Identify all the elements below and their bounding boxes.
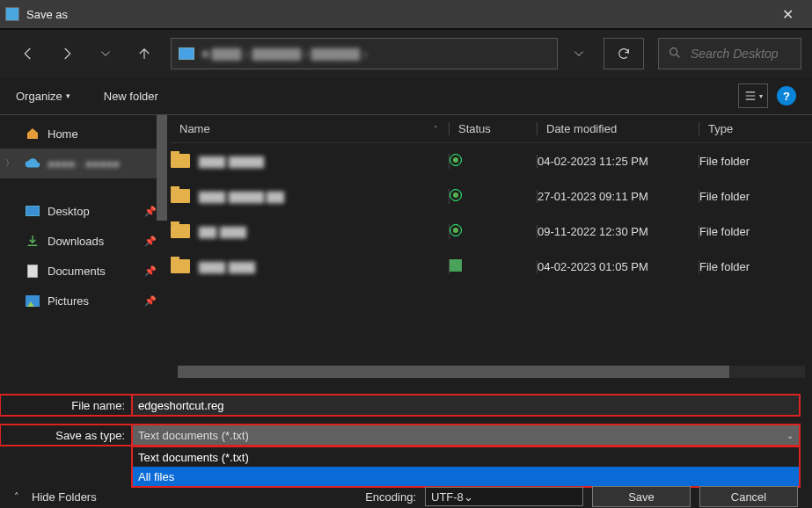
file-name-label: File name: xyxy=(0,395,132,416)
encoding-label: Encoding: xyxy=(365,490,416,504)
save-type-label: Save as type: xyxy=(0,425,132,446)
file-name: ▇▇▇ ▇▇▇▇ xyxy=(199,155,264,168)
sidebar-item-desktop[interactable]: Desktop 📌 xyxy=(0,196,167,226)
save-type-value: Text documents (*.txt) xyxy=(138,429,249,442)
file-name-field[interactable]: edgeshortcut.reg xyxy=(132,395,800,416)
column-type[interactable]: Type xyxy=(699,122,812,135)
file-date: 09-11-2022 12:30 PM xyxy=(537,225,699,238)
search-icon xyxy=(668,46,682,62)
back-button[interactable] xyxy=(11,38,46,69)
table-row[interactable]: ▇▇▇ ▇▇▇▇ ▇▇ 27-01-2023 09:11 PM File fol… xyxy=(171,178,812,214)
encoding-value: UTF-8 xyxy=(431,490,464,504)
save-button[interactable]: Save xyxy=(592,486,691,507)
hide-folders-button[interactable]: Hide Folders xyxy=(32,490,97,504)
chevron-down-icon: ⌄ xyxy=(786,431,794,440)
window-title: Save as xyxy=(26,8,768,21)
recent-locations-button[interactable] xyxy=(88,38,123,69)
file-date: 04-02-2023 11:25 PM xyxy=(537,155,699,168)
sidebar-item-label: Pictures xyxy=(48,294,89,308)
file-list: Name˄ Status Date modified Type ▇▇▇ ▇▇▇▇… xyxy=(167,115,812,378)
navigation-pane: Home 〉 ■■■■ - ■■■■■ Desktop 📌 Downloads … xyxy=(0,115,167,378)
column-date[interactable]: Date modified xyxy=(537,122,699,135)
new-folder-button[interactable]: New folder xyxy=(104,90,158,103)
sidebar-item-label: Downloads xyxy=(48,235,104,248)
sidebar-scrollbar[interactable] xyxy=(157,115,167,378)
help-button[interactable]: ? xyxy=(777,86,796,105)
file-type: File folder xyxy=(699,225,812,238)
main-panel: Home 〉 ■■■■ - ■■■■■ Desktop 📌 Downloads … xyxy=(0,114,812,378)
file-type: File folder xyxy=(699,190,812,203)
sidebar-item-pictures[interactable]: Pictures 📌 xyxy=(0,286,167,316)
file-name: ▇▇▇ ▇▇▇ xyxy=(199,260,255,273)
sort-ascending-icon: ˄ xyxy=(434,125,438,134)
title-bar: Save as ✕ xyxy=(0,0,812,28)
address-history-button[interactable] xyxy=(561,38,596,69)
dropdown-option[interactable]: All files xyxy=(133,467,799,486)
organize-label: Organize xyxy=(16,90,62,103)
refresh-button[interactable] xyxy=(604,38,644,69)
documents-icon xyxy=(25,264,40,278)
chevron-down-icon: ▾ xyxy=(66,91,70,100)
chevron-right-icon[interactable]: 〉 xyxy=(5,157,14,170)
downloads-icon xyxy=(25,234,40,248)
sidebar-item-onedrive[interactable]: 〉 ■■■■ - ■■■■■ xyxy=(0,149,167,178)
address-bar[interactable]: ■ ▇▇▇ › ▇▇▇▇▇ › ▇▇▇▇▇ › xyxy=(171,38,558,69)
save-type-dropdown: Text documents (*.txt) All files xyxy=(132,446,800,487)
up-button[interactable] xyxy=(127,38,162,69)
synced-icon xyxy=(450,224,462,236)
file-date: 27-01-2023 09:11 PM xyxy=(537,190,699,203)
column-name[interactable]: Name xyxy=(179,122,210,135)
sidebar-item-label: Desktop xyxy=(48,205,90,218)
pin-icon: 📌 xyxy=(144,206,157,217)
search-box[interactable] xyxy=(658,38,801,69)
forward-button[interactable] xyxy=(49,38,84,69)
pin-icon: 📌 xyxy=(144,236,157,247)
pin-icon: 📌 xyxy=(144,265,157,277)
table-row[interactable]: ▇▇ ▇▇▇ 09-11-2022 12:30 PM File folder xyxy=(171,214,812,249)
location-icon xyxy=(179,47,194,60)
file-type: File folder xyxy=(699,155,812,168)
sidebar-item-downloads[interactable]: Downloads 📌 xyxy=(0,226,167,256)
local-icon xyxy=(450,259,462,272)
nav-toolbar: ■ ▇▇▇ › ▇▇▇▇▇ › ▇▇▇▇▇ › xyxy=(0,30,812,77)
dialog-footer: ˄ Hide Folders Encoding: UTF-8 ⌄ Save Ca… xyxy=(0,485,812,508)
pin-icon: 📌 xyxy=(144,295,157,307)
folder-icon xyxy=(171,189,190,203)
sidebar-item-home[interactable]: Home xyxy=(0,119,167,149)
app-icon xyxy=(5,7,19,21)
horizontal-scrollbar[interactable] xyxy=(178,366,805,378)
command-bar: Organize ▾ New folder ▾ ? xyxy=(0,77,812,114)
folder-icon xyxy=(171,259,190,273)
view-options-button[interactable]: ▾ xyxy=(738,83,768,108)
save-type-field[interactable]: Text documents (*.txt) ⌄ xyxy=(132,425,800,446)
search-input[interactable] xyxy=(691,47,792,61)
organize-menu[interactable]: Organize ▾ xyxy=(16,90,70,103)
table-row[interactable]: ▇▇▇ ▇▇▇▇ 04-02-2023 11:25 PM File folder xyxy=(171,143,812,178)
file-name: ▇▇▇ ▇▇▇▇ ▇▇ xyxy=(199,190,284,203)
sidebar-item-documents[interactable]: Documents 📌 xyxy=(0,256,167,286)
sidebar-item-label: ■■■■ - ■■■■■ xyxy=(48,157,120,171)
chevron-down-icon: ⌄ xyxy=(464,490,473,504)
file-type: File folder xyxy=(699,260,812,273)
column-status[interactable]: Status xyxy=(449,122,537,135)
folder-icon xyxy=(171,154,190,168)
column-headers[interactable]: Name˄ Status Date modified Type xyxy=(171,115,812,143)
chevron-up-icon: ˄ xyxy=(14,491,19,503)
svg-point-0 xyxy=(670,47,677,54)
file-name: ▇▇ ▇▇▇ xyxy=(199,225,246,238)
synced-icon xyxy=(450,154,462,166)
sidebar-item-label: Home xyxy=(48,127,78,141)
desktop-icon xyxy=(25,204,40,218)
pictures-icon xyxy=(25,294,40,308)
table-row[interactable]: ▇▇▇ ▇▇▇ 04-02-2023 01:05 PM File folder xyxy=(171,249,812,284)
breadcrumb: ■ ▇▇▇ › ▇▇▇▇▇ › ▇▇▇▇▇ › xyxy=(201,47,550,61)
cloud-icon xyxy=(25,156,40,171)
encoding-field[interactable]: UTF-8 ⌄ xyxy=(425,487,583,506)
synced-icon xyxy=(450,189,462,201)
file-name-value: edgeshortcut.reg xyxy=(138,399,224,412)
home-icon xyxy=(25,127,40,141)
dropdown-option[interactable]: Text documents (*.txt) xyxy=(133,447,799,467)
save-form: File name: edgeshortcut.reg Save as type… xyxy=(0,378,812,448)
close-button[interactable]: ✕ xyxy=(768,6,807,23)
cancel-button[interactable]: Cancel xyxy=(699,486,798,507)
